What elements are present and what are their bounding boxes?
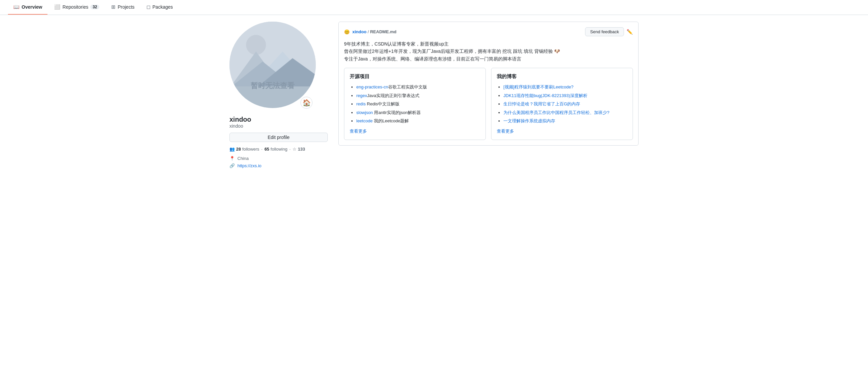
- readme-header: xindoo / README.md Send feedback ✏️: [344, 27, 633, 36]
- smiley-icon: [344, 29, 350, 35]
- location-item: China: [229, 155, 328, 161]
- list-item: [视频]程序猿到底要不要刷Leetcode?: [503, 84, 627, 90]
- display-name: xindoo: [229, 116, 328, 123]
- edit-pencil-icon[interactable]: ✏️: [627, 29, 633, 35]
- list-item: 一文理解操作系统虚拟内存: [503, 118, 627, 124]
- list-item: JDK11现存性能bug(JDK-8221393)深度解析: [503, 92, 627, 99]
- list-item: leetcode 我的Leetcode题解: [356, 118, 480, 124]
- open-source-link-4[interactable]: leetcode: [356, 118, 373, 123]
- list-item: 为什么美国程序员工作比中国程序员工作轻松、加班少?: [503, 109, 627, 116]
- projects-icon: ⊞: [111, 4, 116, 10]
- readme-title: xindoo / README.md: [344, 29, 397, 35]
- repositories-badge: 32: [90, 5, 99, 9]
- blog-title: 我的博客: [497, 74, 627, 80]
- follow-stats: 28 followers · 65 following · ☆ 133: [229, 147, 328, 151]
- overview-icon: 📖: [13, 4, 20, 10]
- blog-link-3[interactable]: 为什么美国程序员工作比中国程序员工作轻松、加班少?: [503, 110, 609, 115]
- content-area: xindoo / README.md Send feedback ✏️ 9年技术…: [338, 22, 639, 151]
- website-link[interactable]: https://zxs.io: [238, 163, 261, 168]
- tab-packages[interactable]: ◻ Packages: [141, 0, 178, 15]
- list-item: slowjson 用antlr实现的json解析器: [356, 109, 480, 116]
- blog-link-4[interactable]: 一文理解操作系统虚拟内存: [503, 118, 555, 123]
- readme-actions: Send feedback ✏️: [585, 27, 633, 36]
- open-source-link-3[interactable]: slowjson: [356, 110, 373, 115]
- star-icon: ☆: [292, 147, 297, 151]
- open-source-title: 开源项目: [350, 74, 480, 80]
- open-source-link-1[interactable]: regex: [356, 93, 367, 98]
- blog-link-0[interactable]: [视频]程序猿到底要不要刷Leetcode?: [503, 84, 574, 89]
- blog-see-more[interactable]: 查看更多: [497, 129, 514, 134]
- following-link[interactable]: 65: [264, 147, 269, 151]
- readme-bio: 9年技术博主，CSDN认证博客专家，新晋视频up主 曾在阿里做过2年运维+1年开…: [344, 40, 633, 62]
- packages-icon: ◻: [147, 4, 150, 10]
- tab-repositories[interactable]: ⬜ Repositories 32: [49, 0, 104, 15]
- list-item: 生日悖论是啥？我用它省了上百G的内存: [503, 101, 627, 107]
- list-item: regexJava实现的正则引擎表达式: [356, 92, 480, 99]
- two-col-section: 开源项目 eng-practices-cn谷歌工程实践中文版 regexJava…: [344, 68, 633, 140]
- readme-path: xindoo / README.md: [352, 29, 397, 34]
- tab-overview[interactable]: 📖 Overview: [8, 0, 48, 15]
- blog-link-1[interactable]: JDK11现存性能bug(JDK-8221393)深度解析: [503, 93, 587, 98]
- tab-projects[interactable]: ⊞ Projects: [106, 0, 140, 15]
- followers-link[interactable]: 28: [236, 147, 241, 151]
- website-item: https://zxs.io: [229, 163, 328, 168]
- svg-text:暂时无法查看: 暂时无法查看: [251, 81, 295, 90]
- repositories-icon: ⬜: [54, 4, 60, 10]
- list-item: redis Redis中文注解版: [356, 101, 480, 107]
- main-layout: 暂时无法查看 🏠 xindoo xindoo Edit profile 28 f…: [221, 15, 647, 177]
- open-source-see-more[interactable]: 查看更多: [350, 129, 367, 134]
- blog-card: 我的博客 [视频]程序猿到底要不要刷Leetcode? JDK11现存性能bug…: [491, 68, 633, 140]
- open-source-list: eng-practices-cn谷歌工程实践中文版 regexJava实现的正则…: [350, 84, 480, 124]
- open-source-card: 开源项目 eng-practices-cn谷歌工程实践中文版 regexJava…: [344, 68, 486, 140]
- edit-profile-button[interactable]: Edit profile: [229, 133, 328, 142]
- username: xindoo: [229, 123, 328, 129]
- readme-user-link[interactable]: xindoo: [352, 29, 367, 34]
- list-item: eng-practices-cn谷歌工程实践中文版: [356, 84, 480, 90]
- open-source-link-0[interactable]: eng-practices-cn: [356, 84, 388, 89]
- blog-list: [视频]程序猿到底要不要刷Leetcode? JDK11现存性能bug(JDK-…: [497, 84, 627, 124]
- avatar: 暂时无法查看: [229, 22, 316, 108]
- blog-link-2[interactable]: 生日悖论是啥？我用它省了上百G的内存: [503, 102, 580, 106]
- open-source-link-2[interactable]: redis: [356, 102, 366, 106]
- sidebar: 暂时无法查看 🏠 xindoo xindoo Edit profile 28 f…: [229, 22, 328, 170]
- profile-nav: 📖 Overview ⬜ Repositories 32 ⊞ Projects …: [0, 0, 868, 15]
- avatar-emoji-badge[interactable]: 🏠: [301, 97, 312, 109]
- link-icon: [229, 163, 235, 168]
- readme-card: xindoo / README.md Send feedback ✏️ 9年技术…: [338, 22, 639, 146]
- location-icon: [229, 155, 235, 161]
- readme-file-link[interactable]: README.md: [370, 29, 396, 34]
- people-icon: [229, 147, 235, 151]
- send-feedback-button[interactable]: Send feedback: [585, 27, 624, 36]
